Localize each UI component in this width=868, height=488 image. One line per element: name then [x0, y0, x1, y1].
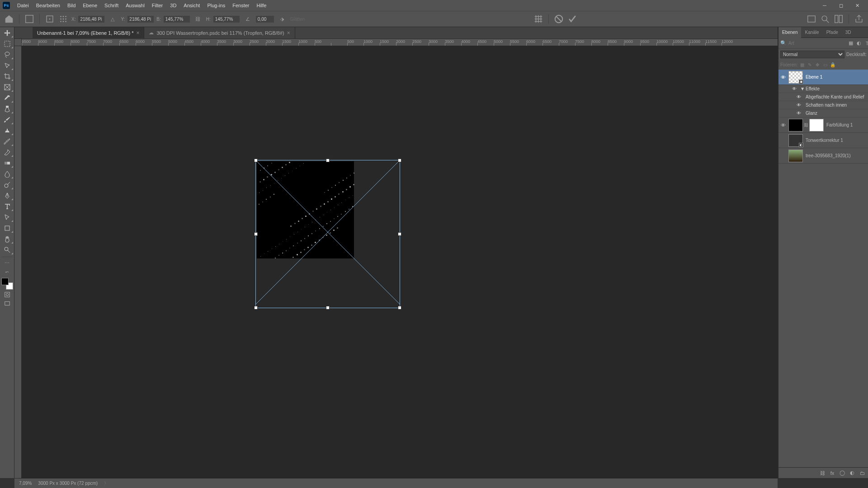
menu-3d[interactable]: 3D	[166, 3, 180, 8]
close-icon[interactable]: ×	[136, 30, 139, 36]
clone-stamp-tool[interactable]	[1, 126, 14, 136]
lock-transparency-icon[interactable]: ▦	[799, 61, 805, 68]
transform-handle-br[interactable]	[398, 306, 401, 310]
y-field[interactable]	[127, 16, 154, 23]
layer-name[interactable]: tree-3095683_1920(1)	[804, 153, 868, 158]
new-group-icon[interactable]: 🗀	[859, 469, 866, 477]
menu-bearbeiten[interactable]: Bearbeiten	[33, 3, 64, 8]
cancel-transform-icon[interactable]	[553, 14, 564, 24]
window-restore-button[interactable]: ◻	[833, 0, 849, 11]
transform-handle-mr[interactable]	[398, 232, 401, 236]
effect-visibility-icon[interactable]: 👁	[792, 86, 798, 91]
hand-tool[interactable]	[1, 234, 14, 244]
search-icon[interactable]	[820, 14, 830, 24]
layer-filter-input[interactable]	[788, 41, 846, 46]
lock-all-icon[interactable]: 🔒	[830, 61, 836, 68]
menu-ansicht[interactable]: Ansicht	[180, 3, 203, 8]
new-adjustment-icon[interactable]: ◐	[849, 469, 856, 477]
layer-row[interactable]: tree-3095683_1920(1)	[778, 148, 868, 164]
x-field[interactable]	[78, 16, 104, 23]
mask-thumbnail[interactable]	[809, 119, 824, 131]
lock-pixels-icon[interactable]: ✎	[807, 61, 813, 68]
skew-icon[interactable]: ⬗	[277, 14, 288, 24]
document-tab-2[interactable]: ☁ 300 DPI Wassertropfen.psdc bei 117% (T…	[144, 27, 295, 39]
filter-type-icon[interactable]: T	[864, 40, 868, 47]
layer-thumbnail[interactable]: ◐	[788, 134, 803, 147]
ruler-vertical[interactable]	[14, 46, 22, 478]
crop-tool[interactable]	[1, 71, 14, 81]
canvas[interactable]	[22, 46, 778, 478]
type-tool[interactable]	[1, 202, 14, 211]
effect-visibility-icon[interactable]: 👁	[797, 94, 803, 99]
menu-filter[interactable]: Filter	[148, 3, 166, 8]
eyedropper-tool[interactable]	[1, 93, 14, 103]
zoom-readout[interactable]: 7,09%	[19, 481, 32, 486]
eraser-tool[interactable]	[1, 147, 14, 157]
window-close-button[interactable]: ✕	[849, 0, 865, 11]
transform-handle-tr[interactable]	[398, 159, 401, 162]
color-swatches[interactable]	[1, 278, 13, 290]
filter-adjust-icon[interactable]: ◐	[856, 40, 862, 47]
reference-point-icon[interactable]	[44, 14, 55, 24]
move-tool[interactable]	[1, 28, 14, 38]
h-field[interactable]	[213, 16, 240, 23]
layer-fx-icon[interactable]: fx	[829, 469, 836, 477]
layer-thumbnail[interactable]: ▣	[788, 71, 803, 84]
doc-info[interactable]: 3000 Px x 3000 Px (72 ppcm)	[38, 481, 98, 486]
transform-handle-tl[interactable]	[254, 159, 258, 162]
layer-row[interactable]: 👁 ▣ Ebene 1 fx ▾	[778, 70, 868, 85]
link-wh-icon[interactable]: ⛓	[193, 14, 203, 24]
blur-tool[interactable]	[1, 169, 14, 179]
layer-name[interactable]: Ebene 1	[804, 75, 868, 80]
mask-link-icon[interactable]: ⛓	[804, 122, 808, 127]
edit-toolbar-icon[interactable]: ⋯	[1, 259, 14, 267]
layer-row[interactable]: 👁 ⛓ Farbfüllung 1	[778, 117, 868, 133]
menu-hilfe[interactable]: Hilfe	[253, 3, 270, 8]
layer-name[interactable]: Farbfüllung 1	[825, 122, 868, 127]
menu-schrift[interactable]: Schrift	[101, 3, 122, 8]
menu-datei[interactable]: Datei	[14, 3, 33, 8]
tab-3d[interactable]: 3D	[842, 27, 855, 38]
w-field[interactable]	[164, 16, 190, 23]
transform-toggle-icon[interactable]	[24, 14, 35, 24]
layer-thumbnail[interactable]	[788, 150, 803, 162]
quickmask-icon[interactable]	[1, 291, 14, 299]
effect-visibility-icon[interactable]: 👁	[797, 111, 803, 116]
effect-inner-shadow[interactable]: 👁Schatten nach innen	[778, 101, 868, 109]
healing-brush-tool[interactable]	[1, 104, 14, 114]
shape-tool[interactable]	[1, 223, 14, 233]
frame-tool[interactable]	[1, 82, 14, 92]
transform-handle-ml[interactable]	[254, 232, 258, 236]
history-brush-tool[interactable]	[1, 136, 14, 146]
menu-bild[interactable]: Bild	[64, 3, 79, 8]
visibility-toggle[interactable]: 👁	[778, 122, 788, 128]
workspace-icon[interactable]	[833, 14, 844, 24]
brush-tool[interactable]	[1, 115, 14, 125]
zoom-tool[interactable]	[1, 245, 14, 255]
share-icon[interactable]	[854, 14, 864, 24]
dodge-tool[interactable]	[1, 180, 14, 190]
add-mask-icon[interactable]: ◯	[839, 469, 846, 477]
tab-kanale[interactable]: Kanäle	[801, 27, 822, 38]
effect-satin[interactable]: 👁Glanz	[778, 109, 868, 117]
quick-select-tool[interactable]	[1, 61, 14, 70]
visibility-toggle[interactable]: 👁	[778, 75, 788, 80]
menu-plugins[interactable]: Plug-ins	[203, 3, 229, 8]
filter-pixel-icon[interactable]: ▦	[848, 40, 854, 47]
swap-colors-icon[interactable]: ⤺	[1, 268, 14, 276]
tab-ebenen[interactable]: Ebenen	[778, 27, 801, 38]
ruler-horizontal[interactable]: 9500900085008000750070006500600055005000…	[22, 39, 778, 46]
menu-ebene[interactable]: Ebene	[79, 3, 101, 8]
status-menu-icon[interactable]: 〉	[104, 480, 108, 487]
transform-bounding-box[interactable]	[255, 160, 400, 308]
pen-tool[interactable]	[1, 191, 14, 201]
layer-thumbnail[interactable]	[788, 119, 803, 131]
transform-handle-bl[interactable]	[254, 306, 258, 310]
lasso-tool[interactable]	[1, 50, 14, 60]
gradient-tool[interactable]	[1, 158, 14, 168]
lock-artboard-icon[interactable]: ▭	[822, 61, 828, 68]
transform-handle-bc[interactable]	[326, 306, 330, 310]
transform-handle-tc[interactable]	[326, 159, 330, 162]
blend-mode-select[interactable]: Normal	[780, 51, 844, 58]
delta-icon[interactable]: △	[107, 14, 118, 24]
